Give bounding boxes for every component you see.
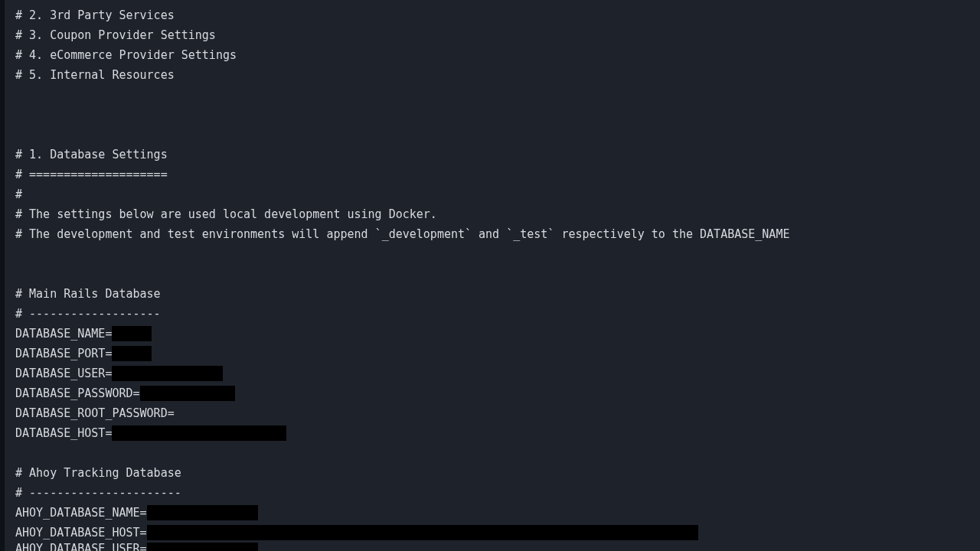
code-line [15, 105, 980, 125]
env-key: AHOY_DATABASE_NAME= [15, 503, 147, 523]
code-text: # 2. 3rd Party Services [15, 5, 175, 25]
code-line: # ---------------------- [15, 483, 980, 503]
env-key: DATABASE_PASSWORD= [15, 383, 140, 403]
code-text: # ==================== [15, 165, 168, 184]
code-text: # ------------------- [15, 304, 161, 324]
code-text: # 1. Database Settings [15, 145, 168, 165]
code-text: # 3. Coupon Provider Settings [15, 25, 216, 45]
code-text: # ---------------------- [15, 483, 181, 503]
code-line [15, 125, 980, 145]
redacted-value [147, 543, 258, 551]
redacted-value [112, 326, 152, 341]
code-text: # 4. eCommerce Provider Settings [15, 45, 237, 65]
code-line [15, 264, 980, 284]
code-line: # The development and test environments … [15, 224, 980, 244]
code-line: # ------------------- [15, 304, 980, 324]
code-text: # The settings below are used local deve… [15, 204, 437, 224]
code-text: # Main Rails Database [15, 284, 161, 304]
redacted-value [112, 346, 152, 361]
code-line: DATABASE_USER= [15, 364, 980, 383]
code-line: # 2. 3rd Party Services [15, 5, 980, 25]
code-line: # Main Rails Database [15, 284, 980, 304]
env-key: DATABASE_USER= [15, 364, 112, 383]
code-line [15, 244, 980, 264]
code-line: # 1. Database Settings [15, 145, 980, 165]
code-line: # The settings below are used local deve… [15, 204, 980, 224]
redacted-value [147, 505, 258, 520]
redacted-value [112, 366, 223, 381]
code-line: DATABASE_NAME= [15, 324, 980, 344]
env-key: DATABASE_NAME= [15, 324, 112, 344]
code-line: # 3. Coupon Provider Settings [15, 25, 980, 45]
code-text: # Ahoy Tracking Database [15, 463, 181, 483]
code-line: AHOY_DATABASE_HOST= [15, 523, 980, 543]
code-line: # Ahoy Tracking Database [15, 463, 980, 483]
code-text: # 5. Internal Resources [15, 65, 175, 85]
code-editor: # 2. 3rd Party Services# 3. Coupon Provi… [0, 0, 980, 551]
redacted-value [147, 525, 698, 540]
code-line [15, 443, 980, 463]
env-key: AHOY_DATABASE_USER= [15, 543, 147, 551]
code-line: DATABASE_PORT= [15, 344, 980, 364]
code-line: DATABASE_HOST= [15, 423, 980, 443]
env-key: DATABASE_ROOT_PASSWORD= [15, 403, 175, 423]
code-text: # [15, 184, 22, 204]
code-area[interactable]: # 2. 3rd Party Services# 3. Coupon Provi… [5, 0, 980, 551]
env-key: AHOY_DATABASE_HOST= [15, 523, 147, 543]
redacted-value [140, 386, 235, 401]
code-line: AHOY_DATABASE_NAME= [15, 503, 980, 523]
code-line [15, 85, 980, 105]
redacted-value [112, 425, 286, 441]
code-line: # ==================== [15, 165, 980, 184]
code-line: DATABASE_ROOT_PASSWORD= [15, 403, 980, 423]
code-line: DATABASE_PASSWORD= [15, 383, 980, 403]
code-line: # [15, 184, 980, 204]
code-line: # 5. Internal Resources [15, 65, 980, 85]
env-key: DATABASE_PORT= [15, 344, 112, 364]
code-line: AHOY_DATABASE_USER= [15, 543, 980, 551]
code-text: # The development and test environments … [15, 224, 789, 244]
code-line: # 4. eCommerce Provider Settings [15, 45, 980, 65]
env-key: DATABASE_HOST= [15, 423, 112, 443]
